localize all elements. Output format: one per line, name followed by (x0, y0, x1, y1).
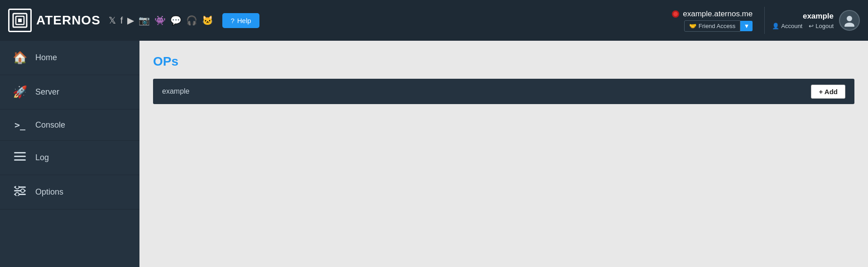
logo-icon (8, 9, 32, 32)
console-icon: >_ (13, 119, 27, 130)
help-icon: ? (230, 17, 234, 24)
sidebar-item-server[interactable]: 🚀 Server (0, 75, 139, 110)
main-content: OPs example + Add (139, 41, 868, 267)
youtube-icon[interactable]: ▶ (127, 15, 134, 26)
server-icon: 🚀 (13, 85, 27, 99)
main-layout: 🏠 Home 🚀 Server >_ Console Log (0, 41, 868, 267)
logout-icon: ↩ (809, 23, 814, 29)
sidebar: 🏠 Home 🚀 Server >_ Console Log (0, 41, 139, 267)
facebook-icon[interactable]: f (120, 15, 123, 26)
logo-area: ATERNOS (8, 9, 101, 32)
user-area: example 👤 Account ↩ Logout (772, 10, 860, 31)
ops-player-name: example (162, 87, 811, 95)
sidebar-item-options[interactable]: Options (0, 175, 139, 210)
user-actions: example 👤 Account ↩ Logout (772, 12, 834, 29)
sidebar-item-console[interactable]: >_ Console (0, 110, 139, 141)
sidebar-label-options: Options (35, 187, 63, 197)
username-label: example (803, 12, 834, 21)
sidebar-label-log: Log (35, 153, 49, 162)
teamspeak-icon[interactable]: 🎧 (186, 15, 197, 26)
home-icon: 🏠 (13, 51, 27, 65)
server-url: example.aternos.me (683, 10, 753, 19)
svg-point-13 (15, 193, 19, 196)
friend-access-button[interactable]: 🤝 Friend Access (684, 20, 741, 32)
reddit-icon[interactable]: 👾 (154, 15, 166, 26)
svg-point-4 (844, 23, 854, 27)
twitter-icon[interactable]: 𝕏 (109, 15, 116, 26)
friend-access-icon: 🤝 (689, 23, 696, 29)
status-indicator (672, 10, 679, 18)
avatar (839, 10, 860, 31)
svg-rect-7 (14, 159, 26, 161)
friend-access-dropdown-button[interactable]: ▼ (740, 21, 753, 31)
svg-rect-6 (14, 156, 26, 157)
help-button[interactable]: ? Help (222, 13, 259, 28)
account-icon: 👤 (772, 23, 779, 29)
friend-access-row: 🤝 Friend Access ▼ (684, 20, 753, 32)
sidebar-item-log[interactable]: Log (0, 141, 139, 175)
server-status-area: example.aternos.me 🤝 Friend Access ▼ (672, 10, 753, 32)
account-link[interactable]: 👤 Account (772, 23, 802, 29)
social-links: 𝕏 f ▶ 📷 👾 💬 🎧 🐱 (109, 15, 214, 26)
header: ATERNOS 𝕏 f ▶ 📷 👾 💬 🎧 🐱 ? Help example.a… (0, 0, 868, 41)
svg-point-12 (21, 189, 24, 193)
svg-rect-5 (14, 152, 26, 153)
logo-text: ATERNOS (36, 13, 101, 28)
logout-link[interactable]: ↩ Logout (809, 23, 834, 29)
github-icon[interactable]: 🐱 (202, 15, 213, 26)
table-row: example + Add (153, 79, 854, 104)
instagram-icon[interactable]: 📷 (139, 15, 150, 26)
ops-list: example + Add (153, 79, 854, 104)
discord-icon[interactable]: 💬 (170, 15, 182, 26)
page-title: OPs (153, 54, 854, 69)
sidebar-label-console: Console (35, 120, 65, 130)
svg-point-3 (847, 16, 852, 21)
add-button[interactable]: + Add (811, 85, 845, 99)
options-icon (13, 185, 27, 199)
sidebar-label-server: Server (35, 87, 59, 97)
svg-point-11 (15, 186, 19, 189)
sidebar-item-home[interactable]: 🏠 Home (0, 41, 139, 75)
log-icon (13, 151, 27, 165)
svg-rect-2 (18, 19, 22, 22)
header-divider (764, 7, 765, 34)
sidebar-label-home: Home (35, 53, 57, 62)
